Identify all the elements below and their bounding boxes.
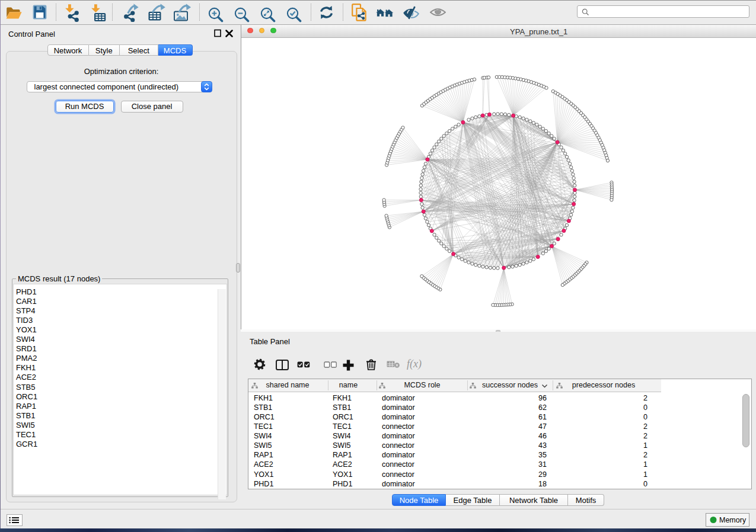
svg-text:Memory: Memory	[719, 516, 747, 524]
